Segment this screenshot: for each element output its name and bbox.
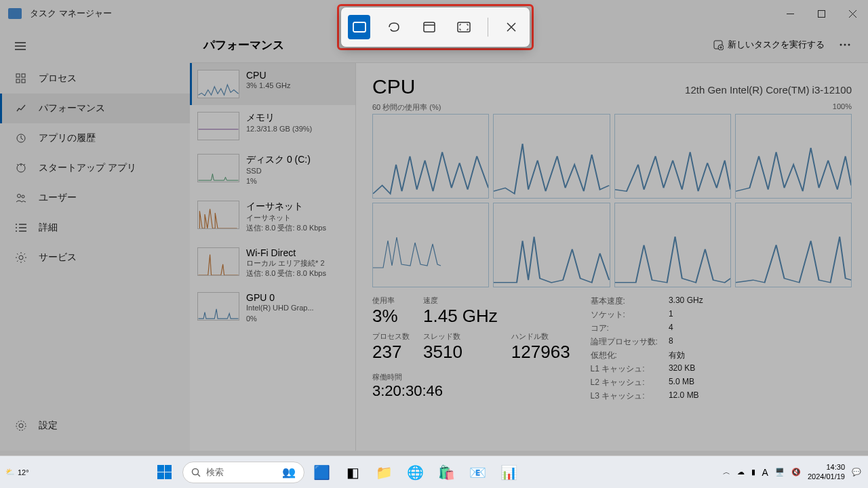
taskmgr-icon[interactable]: 📊 (496, 459, 523, 486)
app-icon (8, 8, 22, 19)
perf-name: CPU (246, 70, 290, 81)
perf-sub: 3% 1.45 GHz (246, 81, 290, 91)
speed-value: 1.45 GHz (423, 306, 498, 327)
taskbar-search[interactable]: 検索 👥 (182, 462, 304, 483)
perf-sub: SSD (246, 166, 311, 176)
perf-item-cpu[interactable]: CPU 3% 1.45 GHz (190, 63, 355, 105)
handle-label: ハンドル数 (511, 331, 570, 342)
cpu-specs: 基本速度:3.30 GHzソケット:1コア:4論理プロセッサ数:8仮想化:有効L… (591, 296, 703, 402)
notifications-icon[interactable]: 💬 (852, 468, 861, 476)
nav-label: スタートアップ アプリ (39, 162, 136, 174)
uptime-value: 3:20:30:46 (372, 382, 570, 400)
perf-sub: イーサネット (246, 213, 326, 223)
chrome-icon[interactable]: 🌐 (402, 459, 429, 486)
perf-item-gpu[interactable]: GPU 0 Intel(R) UHD Grap... 0% (190, 285, 355, 331)
tray-chevron-icon[interactable]: ︿ (723, 467, 730, 477)
search-placeholder: 検索 (206, 466, 224, 479)
proc-value: 237 (372, 342, 410, 363)
volume-icon[interactable]: 🔇 (791, 468, 801, 476)
tray-app-icon[interactable]: ▮ (751, 468, 755, 476)
detail-title: CPU (372, 75, 415, 98)
spec-value: 3.30 GHz (669, 296, 703, 307)
startup-icon (14, 163, 28, 174)
maximize-button[interactable] (806, 3, 837, 24)
nav-performance[interactable]: パフォーマンス (0, 94, 190, 123)
svg-point-15 (840, 44, 842, 46)
chart-caption: 60 秒間の使用率 (%) (372, 102, 441, 113)
list-icon (14, 224, 28, 232)
run-task-button[interactable]: 新しいタスクを実行する (707, 35, 830, 55)
perf-sub2: 0% (246, 314, 314, 324)
rectangle-snip-button[interactable] (348, 15, 370, 39)
perf-name: Wi-Fi Direct (246, 247, 326, 258)
perf-item-disk[interactable]: ディスク 0 (C:) SSD 1% (190, 147, 355, 194)
page-title: パフォーマンス (203, 37, 284, 53)
nav-details[interactable]: 詳細 (0, 213, 190, 243)
svg-point-17 (848, 44, 850, 46)
spec-label: 仮想化: (591, 350, 658, 361)
perf-item-ethernet[interactable]: イーサネット イーサネット 送信: 8.0 受信: 8.0 Kbps (190, 194, 355, 241)
fullscreen-snip-button[interactable] (452, 15, 475, 39)
weather-temp: 12° (18, 468, 29, 476)
svg-point-22 (192, 468, 198, 474)
store-icon[interactable]: 🛍️ (433, 459, 460, 486)
perf-sub2: 1% (246, 176, 311, 186)
more-button[interactable] (835, 39, 854, 50)
freeform-snip-button[interactable] (382, 15, 405, 39)
cpu-charts (372, 114, 852, 287)
copilot-icon[interactable]: 🟦 (309, 459, 336, 486)
cpu-model: 12th Gen Intel(R) Core(TM) i3-12100 (685, 84, 852, 96)
svg-rect-21 (458, 22, 470, 32)
minimize-button[interactable] (774, 3, 806, 24)
time: 14:30 (808, 463, 845, 472)
search-avatars-icon: 👥 (282, 466, 296, 479)
nav-services[interactable]: サービス (0, 243, 190, 272)
uptime-label: 稼働時間 (372, 372, 570, 382)
perf-name: ディスク 0 (C:) (246, 154, 311, 166)
clock[interactable]: 14:30 2024/01/19 (808, 463, 845, 481)
nav-label: アプリの履歴 (39, 132, 96, 144)
window-snip-button[interactable] (418, 15, 440, 39)
spec-value: 12.0 MB (669, 390, 703, 402)
hamburger-button[interactable] (7, 34, 34, 58)
svg-rect-0 (787, 14, 794, 14)
svg-rect-19 (424, 22, 435, 32)
util-value: 3% (372, 306, 410, 327)
svg-rect-4 (16, 79, 20, 83)
nav-label: 詳細 (39, 222, 58, 234)
close-button[interactable] (837, 3, 868, 24)
spec-label: L2 キャッシュ: (591, 377, 658, 388)
speed-label: 速度 (423, 296, 498, 306)
ime-icon[interactable]: A (762, 467, 768, 478)
nav-history[interactable]: アプリの履歴 (0, 123, 190, 153)
spec-label: コア: (591, 323, 658, 334)
nav-processes[interactable]: プロセス (0, 64, 190, 94)
nav-startup[interactable]: スタートアップ アプリ (0, 153, 190, 183)
perf-item-wifi[interactable]: Wi-Fi Direct ローカル エリア接続* 2 送信: 8.0 受信: 8… (190, 241, 355, 286)
nav-users[interactable]: ユーザー (0, 183, 190, 213)
onedrive-icon[interactable]: ☁ (737, 468, 745, 476)
thread-label: スレッド数 (423, 331, 498, 342)
nav-label: パフォーマンス (39, 102, 105, 115)
perf-item-memory[interactable]: メモリ 12.3/31.8 GB (39%) (190, 105, 355, 147)
explorer-icon[interactable]: 📁 (371, 459, 398, 486)
ethernet-thumb (197, 201, 239, 229)
svg-point-9 (22, 195, 24, 198)
spec-label: ソケット: (591, 309, 658, 321)
close-snip-button[interactable] (500, 15, 523, 39)
weather-widget[interactable]: ⛅ 12° (5, 468, 29, 476)
perf-name: イーサネット (246, 201, 326, 213)
disk-thumb (197, 154, 239, 182)
gpu-thumb (197, 292, 239, 321)
start-button[interactable] (151, 459, 178, 486)
network-icon[interactable]: 🖥️ (775, 468, 785, 476)
taskview-icon[interactable]: ◧ (340, 459, 367, 486)
outlook-icon[interactable]: 📧 (465, 459, 492, 486)
perf-sub: 12.3/31.8 GB (39%) (246, 124, 312, 134)
nav-label: サービス (39, 251, 77, 264)
handle-value: 127963 (511, 342, 570, 363)
search-icon (191, 468, 201, 477)
svg-rect-2 (16, 74, 20, 77)
nav-settings[interactable]: 設定 (0, 411, 190, 441)
spec-value: 5.0 MB (669, 377, 703, 388)
